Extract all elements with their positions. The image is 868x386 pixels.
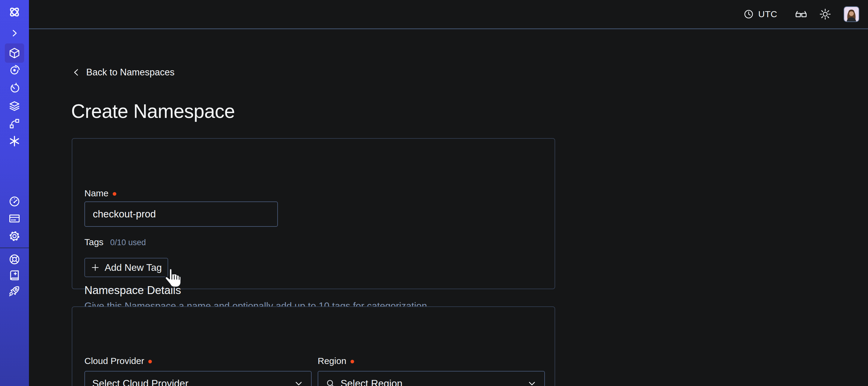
required-indicator <box>113 192 116 196</box>
sun-icon <box>819 8 832 21</box>
add-new-tag-label: Add New Tag <box>104 262 162 273</box>
sidebar-item-usage[interactable] <box>0 192 29 211</box>
timezone-label: UTC <box>758 9 777 19</box>
name-label-text: Name <box>84 188 108 199</box>
required-indicator <box>350 360 354 363</box>
sidebar-item-batch-operations[interactable] <box>0 114 29 133</box>
required-indicator <box>148 360 152 363</box>
sidebar-item-deployments[interactable] <box>0 96 29 116</box>
add-new-tag-button[interactable]: Add New Tag <box>84 258 168 277</box>
tags-usage-counter: 0/10 used <box>110 238 146 247</box>
regions-availability-card: Regions and Availability Select a Cloud … <box>72 306 555 386</box>
sidebar-item-namespaces[interactable] <box>0 43 29 63</box>
name-field-label: Name <box>84 188 116 199</box>
readability-mode-button[interactable] <box>794 7 808 21</box>
avatar-photo <box>844 7 859 22</box>
sidebar-expand-button[interactable] <box>0 24 29 43</box>
sidebar-item-nexus[interactable] <box>0 131 29 151</box>
cloud-provider-label: Cloud Provider <box>84 356 152 366</box>
region-label-text: Region <box>318 356 346 366</box>
sidebar-item-schedules[interactable] <box>0 79 29 98</box>
gauge-icon <box>8 195 21 208</box>
namespace-details-card: Namespace Details Give this Namespace a … <box>72 138 555 289</box>
timezone-button[interactable]: UTC <box>743 9 777 20</box>
cloud-provider-label-text: Cloud Provider <box>84 356 144 366</box>
chevron-left-icon <box>72 67 81 78</box>
page-title: Create Namespace <box>71 100 235 122</box>
app-window: UTC <box>0 0 868 386</box>
rocket-icon <box>8 285 21 298</box>
lifebuoy-icon <box>8 253 21 266</box>
back-link-label: Back to Namespaces <box>86 67 175 78</box>
topbar: UTC <box>29 0 868 29</box>
temporal-logo-icon <box>7 5 22 19</box>
region-select[interactable]: Select Region <box>318 371 545 386</box>
chevron-down-icon <box>293 379 304 386</box>
cloud-provider-placeholder: Select Cloud Provider <box>92 378 289 386</box>
layers-icon <box>8 99 21 113</box>
sidebar <box>0 0 29 386</box>
back-to-namespaces-link[interactable]: Back to Namespaces <box>72 67 175 78</box>
chevron-right-icon <box>8 27 21 39</box>
asterisk-icon <box>8 135 21 147</box>
billing-card-icon <box>8 212 21 225</box>
sidebar-item-getting-started[interactable] <box>0 281 29 301</box>
spiral-icon <box>8 64 21 77</box>
region-placeholder: Select Region <box>341 378 522 386</box>
sidebar-divider <box>0 247 29 248</box>
cube-icon <box>8 47 21 60</box>
namespace-name-input[interactable] <box>84 202 278 227</box>
region-label: Region <box>318 356 354 366</box>
tags-label: Tags <box>84 237 103 247</box>
plus-icon <box>91 263 100 272</box>
sidebar-item-billing[interactable] <box>0 209 29 228</box>
timer-icon <box>8 82 21 94</box>
temporal-logo[interactable] <box>0 2 29 22</box>
gear-icon <box>8 230 21 243</box>
clock-icon <box>743 9 754 20</box>
chevron-down-icon <box>527 379 537 386</box>
tags-row: Tags 0/10 used <box>84 237 146 247</box>
cloud-provider-select[interactable]: Select Cloud Provider <box>84 371 312 386</box>
mouse-cursor <box>164 267 183 290</box>
sidebar-item-workflows[interactable] <box>0 61 29 80</box>
sidebar-item-settings[interactable] <box>0 227 29 246</box>
book-icon <box>8 269 21 282</box>
theme-toggle-button[interactable] <box>819 8 832 21</box>
search-icon <box>326 379 336 386</box>
glasses-icon <box>794 7 808 21</box>
user-avatar[interactable] <box>844 6 859 22</box>
branch-icon <box>8 117 21 130</box>
